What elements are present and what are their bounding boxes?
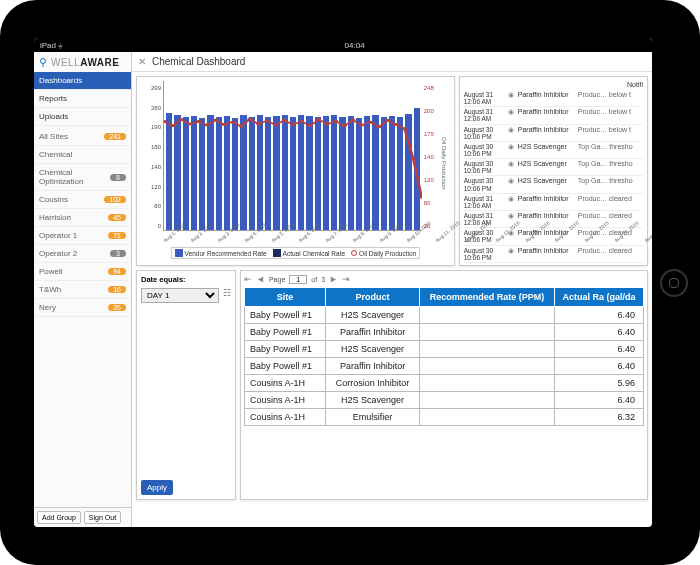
svg-point-13 bbox=[265, 119, 270, 122]
svg-point-29 bbox=[402, 127, 407, 130]
svg-point-25 bbox=[368, 121, 373, 124]
table-row[interactable]: Cousins A-1HEmulsifier6.32 bbox=[245, 409, 644, 426]
table-row[interactable]: Baby Powell #1H2S Scavenger6.40 bbox=[245, 341, 644, 358]
chart-legend: Vendor Recommended Rate Actual Chemical … bbox=[171, 247, 421, 259]
notification-row[interactable]: August 3010:06 PM◉H2S ScavengerTop Ga… t… bbox=[464, 176, 643, 193]
nav-site-chemical[interactable]: Chemical bbox=[34, 146, 131, 164]
nav-site-operator-1[interactable]: Operator 171 bbox=[34, 227, 131, 245]
svg-point-22 bbox=[342, 124, 347, 127]
notification-row[interactable]: August 3010:06 PM◉H2S ScavengerTop Ga… t… bbox=[464, 159, 643, 176]
badge: 3 bbox=[110, 250, 126, 257]
table-pager: ⇤ ◄ Page of 3 ► ⇥ bbox=[244, 274, 644, 284]
pager-last-icon[interactable]: ⇥ bbox=[342, 274, 350, 284]
notification-row[interactable]: August 3112:06 AM◉Paraffin InhibitorProd… bbox=[464, 90, 643, 107]
svg-point-17 bbox=[299, 120, 304, 123]
svg-point-19 bbox=[316, 118, 321, 121]
badge: 26 bbox=[108, 304, 126, 311]
title-bar: ✕ Chemical Dashboard bbox=[132, 52, 652, 72]
svg-point-27 bbox=[385, 119, 390, 122]
date-filter-select[interactable]: DAY 1 bbox=[141, 288, 219, 303]
notification-row[interactable]: August 3112:06 AM◉Paraffin InhibitorProd… bbox=[464, 194, 643, 211]
svg-point-12 bbox=[256, 122, 261, 125]
chart-y-axis-left: 299280190180140120800 bbox=[143, 81, 163, 245]
badge: 71 bbox=[108, 232, 126, 239]
clock-label: 04:04 bbox=[345, 41, 365, 50]
svg-point-16 bbox=[290, 123, 295, 126]
table-row[interactable]: Baby Powell #1Paraffin Inhibitor6.40 bbox=[245, 358, 644, 375]
close-icon[interactable]: ✕ bbox=[138, 56, 146, 67]
svg-point-18 bbox=[307, 124, 312, 127]
sign-out-button[interactable]: Sign Out bbox=[84, 511, 121, 524]
ipad-home-button[interactable] bbox=[660, 269, 688, 297]
svg-point-30 bbox=[411, 157, 416, 160]
nav-site-powell[interactable]: Powell94 bbox=[34, 263, 131, 281]
logo-text: WELLAWARE bbox=[51, 57, 119, 68]
pager-page-input[interactable] bbox=[289, 275, 307, 284]
add-group-button[interactable]: Add Group bbox=[37, 511, 81, 524]
notification-row[interactable]: August 3112:06 AM◉Paraffin InhibitorProd… bbox=[464, 107, 643, 124]
column-header[interactable]: Site bbox=[245, 288, 326, 307]
notification-row[interactable]: August 3010:06 PM◉H2S ScavengerTop Ga… t… bbox=[464, 142, 643, 159]
svg-point-24 bbox=[359, 124, 364, 127]
badge: 45 bbox=[108, 214, 126, 221]
chart-y-axis-right: 2482001751401208026 bbox=[422, 81, 440, 245]
svg-point-5 bbox=[196, 120, 201, 123]
table-panel: ⇤ ◄ Page of 3 ► ⇥ SiteProductRecommended bbox=[240, 270, 648, 500]
pager-next-icon[interactable]: ► bbox=[329, 274, 338, 284]
pin-icon bbox=[37, 56, 49, 68]
svg-point-7 bbox=[213, 119, 218, 122]
svg-point-2 bbox=[170, 124, 175, 127]
svg-point-28 bbox=[393, 123, 398, 126]
badge: 102 bbox=[104, 196, 126, 203]
table-row[interactable]: Cousins A-1HH2S Scavenger6.40 bbox=[245, 392, 644, 409]
page-title: Chemical Dashboard bbox=[152, 56, 245, 67]
table-row[interactable]: Baby Powell #1Paraffin Inhibitor6.40 bbox=[245, 324, 644, 341]
svg-point-3 bbox=[179, 118, 184, 121]
badge: 8 bbox=[110, 174, 126, 181]
notification-row[interactable]: August 3112:06 AM◉Paraffin InhibitorProd… bbox=[464, 211, 643, 228]
data-table: SiteProductRecommended Rate (PPM)Actual … bbox=[244, 287, 644, 426]
nav-site-operator-2[interactable]: Operator 23 bbox=[34, 245, 131, 263]
notification-row[interactable]: August 3010:06 PM◉Paraffin InhibitorProd… bbox=[464, 125, 643, 142]
svg-point-4 bbox=[187, 122, 192, 125]
svg-point-21 bbox=[333, 120, 338, 123]
svg-point-8 bbox=[222, 123, 227, 126]
nav-item-reports[interactable]: Reports bbox=[34, 90, 131, 108]
calendar-icon[interactable]: ☷ bbox=[223, 288, 231, 298]
svg-point-20 bbox=[325, 122, 330, 125]
svg-point-15 bbox=[282, 119, 287, 122]
app-logo: WELLAWARE bbox=[34, 52, 131, 72]
nav-site-t&wh[interactable]: T&Wh16 bbox=[34, 281, 131, 299]
nav-item-uploads[interactable]: Uploads bbox=[34, 108, 131, 126]
nav-site-cousins[interactable]: Cousins102 bbox=[34, 191, 131, 209]
nav-site-all-sites[interactable]: All Sites241 bbox=[34, 128, 131, 146]
table-row[interactable]: Baby Powell #1H2S Scavenger6.40 bbox=[245, 307, 644, 324]
nav-site-nery[interactable]: Nery26 bbox=[34, 299, 131, 317]
svg-point-23 bbox=[350, 119, 355, 122]
carrier-label: iPad ⏚ bbox=[40, 41, 63, 50]
apply-button[interactable]: Apply bbox=[141, 480, 173, 495]
nav-site-harrision[interactable]: Harrision45 bbox=[34, 209, 131, 227]
nav-site-chemical-optimization[interactable]: Chemical Optimization8 bbox=[34, 164, 131, 191]
svg-point-26 bbox=[376, 125, 381, 128]
svg-point-0 bbox=[41, 59, 46, 64]
pager-first-icon[interactable]: ⇤ bbox=[244, 274, 252, 284]
badge: 241 bbox=[104, 133, 126, 140]
badge: 16 bbox=[108, 286, 126, 293]
sidebar: WELLAWARE DashboardsReportsUploads All S… bbox=[34, 52, 132, 527]
column-header[interactable]: Actual Ra (gal/da bbox=[555, 288, 644, 307]
status-bar: iPad ⏚ 04:04 bbox=[34, 38, 652, 52]
svg-point-6 bbox=[204, 124, 209, 127]
chart-plot: Aug 1, 2016Aug 2, 2016Aug 3, 2016Aug 4, … bbox=[163, 81, 422, 231]
column-header[interactable]: Recommended Rate (PPM) bbox=[420, 288, 555, 307]
notification-row[interactable]: August 3010:06 PM◉Paraffin InhibitorProd… bbox=[464, 246, 643, 263]
table-row[interactable]: Cousins A-1HCorrosion Inhibitor5.96 bbox=[245, 375, 644, 392]
column-header[interactable]: Product bbox=[326, 288, 420, 307]
pager-prev-icon[interactable]: ◄ bbox=[256, 274, 265, 284]
badge: 94 bbox=[108, 268, 126, 275]
notifications-title: Notifi bbox=[464, 81, 643, 88]
svg-point-14 bbox=[273, 124, 278, 127]
chart-panel: 299280190180140120800 Aug 1, 2016Aug 2, … bbox=[136, 76, 455, 266]
nav-item-dashboards[interactable]: Dashboards bbox=[34, 72, 131, 90]
chart-y2-label: Oil Daily Production bbox=[440, 137, 448, 190]
